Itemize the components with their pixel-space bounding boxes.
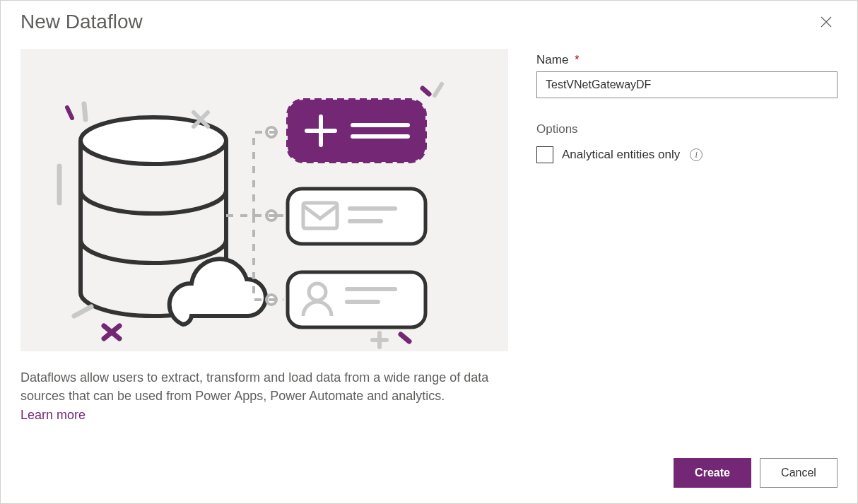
svg-line-21 — [84, 104, 86, 119]
analytical-entities-label: Analytical entities only — [562, 148, 680, 162]
name-input[interactable] — [536, 71, 838, 98]
dialog-description: Dataflows allow users to extract, transf… — [20, 368, 508, 405]
name-label: Name * — [536, 53, 838, 67]
right-column: Name * Options Analytical entities only … — [536, 49, 838, 423]
name-label-text: Name — [536, 53, 568, 66]
info-icon[interactable]: i — [690, 148, 703, 161]
dialog-footer: Create Cancel — [674, 458, 838, 488]
learn-more-link[interactable]: Learn more — [20, 408, 86, 423]
close-icon — [821, 16, 832, 28]
left-column: Dataflows allow users to extract, transf… — [20, 49, 508, 423]
dialog-title: New Dataflow — [20, 11, 143, 33]
dialog-body: Dataflows allow users to extract, transf… — [1, 40, 857, 423]
close-button[interactable] — [815, 11, 838, 33]
options-header: Options — [536, 122, 838, 136]
dataflow-illustration — [20, 49, 508, 351]
analytical-entities-option: Analytical entities only i — [536, 146, 838, 163]
analytical-entities-checkbox[interactable] — [536, 146, 553, 163]
required-asterisk: * — [575, 53, 580, 66]
create-button[interactable]: Create — [674, 458, 751, 488]
new-dataflow-dialog: New Dataflow — [0, 0, 858, 504]
dialog-header: New Dataflow — [1, 1, 857, 40]
cancel-button[interactable]: Cancel — [760, 458, 838, 488]
svg-rect-12 — [288, 189, 425, 244]
